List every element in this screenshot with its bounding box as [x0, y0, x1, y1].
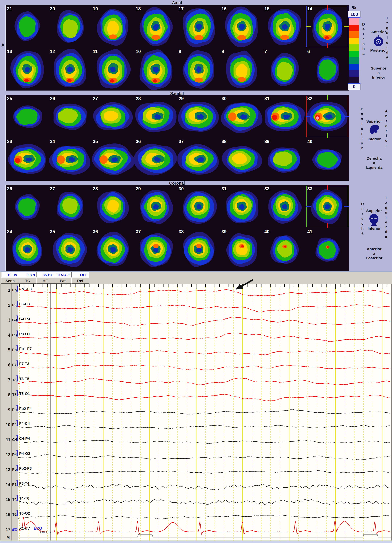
slice-cell-coronal-33[interactable]: 33: [306, 185, 349, 228]
slice-cell-coronal-26[interactable]: 26: [6, 185, 49, 228]
channel-number: 10: [1, 422, 10, 427]
toolbar-button-tc[interactable]: TC: [19, 278, 37, 284]
slice-number: 11: [93, 49, 98, 54]
slice-cell-axial-12[interactable]: 12: [49, 48, 92, 90]
eeg-trace-F3-C3: [18, 305, 390, 312]
slice-cell-axial-14[interactable]: 14: [306, 5, 349, 48]
slice-cell-coronal-35[interactable]: 35: [49, 228, 92, 271]
eeg-plot[interactable]: [18, 284, 392, 540]
window-bottom-edge: [0, 541, 392, 543]
orientation-bottom-label: Inferior: [360, 226, 389, 231]
slice-cell-sagital-39[interactable]: 39: [263, 138, 306, 181]
slice-cell-coronal-38[interactable]: 38: [177, 228, 220, 271]
slice-cell-sagital-31[interactable]: 31: [263, 95, 306, 138]
slice-number: 27: [93, 96, 98, 101]
slice-cell-sagital-29[interactable]: 29: [177, 95, 220, 138]
brain-slice-image: [6, 5, 49, 48]
slice-cell-sagital-26[interactable]: 26: [49, 95, 92, 138]
axial-slice-panel: 2120191817161514131211109876: [6, 5, 349, 90]
toolbar-value-tc[interactable]: 0.3 s: [19, 272, 37, 277]
slice-cell-axial-19[interactable]: 19: [92, 5, 134, 48]
eeg-trace-Fp1-F3: [18, 289, 390, 296]
slice-cell-coronal-28[interactable]: 28: [92, 185, 134, 228]
slice-cell-sagital-30[interactable]: 30: [220, 95, 263, 138]
crosshair-tick: [306, 116, 311, 117]
eeg-trace-Fp1-F7: [18, 350, 390, 356]
slice-number: 38: [222, 139, 227, 144]
slice-cell-axial-13[interactable]: 13: [6, 48, 49, 90]
brain-slice-image: [177, 228, 220, 271]
slice-cell-coronal-36[interactable]: 36: [92, 228, 134, 271]
slice-cell-axial-15[interactable]: 15: [263, 5, 306, 48]
toolbar-button-sens[interactable]: Sens: [1, 278, 19, 284]
toolbar-value-pat[interactable]: TRACE: [54, 272, 72, 277]
coronal-slice-panel: 26272829303132333435363738394041: [6, 185, 349, 271]
slice-cell-axial-16[interactable]: 16: [220, 5, 263, 48]
brain-slice-image: [134, 48, 177, 90]
colorbar-band: [349, 77, 359, 83]
slice-cell-coronal-39[interactable]: 39: [220, 228, 263, 271]
toolbar-value-sens[interactable]: 10 uV: [1, 272, 19, 277]
slice-cell-coronal-40[interactable]: 40: [263, 228, 306, 271]
channel-pair-label: T6-O2: [19, 511, 30, 515]
slice-cell-coronal-30[interactable]: 30: [177, 185, 220, 228]
toolbar-group-ref: OFFRef: [71, 272, 88, 283]
brain-slice-image: [92, 228, 134, 271]
brain-slice-image: [177, 95, 220, 138]
slice-number: 36: [93, 229, 98, 234]
slice-cell-sagital-35[interactable]: 35: [92, 138, 134, 181]
slice-cell-axial-7[interactable]: 7: [263, 48, 306, 90]
slice-cell-coronal-32[interactable]: 32: [263, 185, 306, 228]
slice-cell-coronal-41[interactable]: 41: [306, 228, 349, 271]
orientation-left-label: Posterior: [361, 107, 363, 150]
slice-cell-sagital-37[interactable]: 37: [177, 138, 220, 181]
colorbar-scale: [349, 18, 359, 83]
slice-cell-sagital-33[interactable]: 33: [6, 138, 49, 181]
slice-cell-sagital-36[interactable]: 36: [134, 138, 177, 181]
crosshair-tick: [344, 116, 349, 117]
toolbar-button-pat[interactable]: Pat: [54, 278, 72, 284]
slice-cell-sagital-27[interactable]: 27: [92, 95, 134, 138]
slice-cell-sagital-32[interactable]: 32: [306, 95, 349, 138]
slice-cell-axial-11[interactable]: 11: [92, 48, 134, 90]
slice-cell-coronal-34[interactable]: 34: [6, 228, 49, 271]
eeg-trace-P4-O2: [18, 454, 390, 460]
channel-pair-label: X1-0V: [19, 526, 30, 531]
slice-cell-coronal-27[interactable]: 27: [49, 185, 92, 228]
slice-cell-axial-10[interactable]: 10: [134, 48, 177, 90]
slice-cell-sagital-40[interactable]: 40: [306, 138, 349, 181]
toolbar-value-hf[interactable]: 35 Hz: [36, 272, 54, 277]
slice-cell-axial-8[interactable]: 8: [220, 48, 263, 90]
toolbar-group-hf: 35 HzHF: [36, 272, 52, 283]
slice-cell-axial-20[interactable]: 20: [49, 5, 92, 48]
slice-cell-coronal-37[interactable]: 37: [134, 228, 177, 271]
orientation-right-label: Izquierda: [386, 16, 388, 60]
toolbar-button-hf[interactable]: HF: [36, 278, 54, 284]
colorbar-band: [349, 51, 359, 57]
orientation-range-label: AnterioraPosterior: [359, 247, 389, 260]
eeg-trace-X1-0V: [18, 517, 390, 534]
slice-cell-sagital-38[interactable]: 38: [220, 138, 263, 181]
slice-cell-axial-6[interactable]: 6: [306, 48, 349, 90]
colorbar-band: [349, 57, 359, 64]
slice-cell-coronal-29[interactable]: 29: [134, 185, 177, 228]
slice-number: 41: [307, 229, 312, 234]
slice-number: 38: [179, 229, 184, 234]
slice-cell-axial-9[interactable]: 9: [177, 48, 220, 90]
brain-slice-image: [92, 138, 134, 181]
channel-pair-label: Fp1-F3: [19, 287, 32, 291]
orientation-icon-holder: [369, 214, 379, 226]
slice-cell-sagital-28[interactable]: 28: [134, 95, 177, 138]
slice-cell-axial-18[interactable]: 18: [134, 5, 177, 48]
slice-cell-sagital-34[interactable]: 34: [49, 138, 92, 181]
slice-cell-axial-21[interactable]: 21: [6, 5, 49, 48]
slice-number: 33: [7, 139, 12, 144]
slice-cell-axial-17[interactable]: 17: [177, 5, 220, 48]
toolbar-value-ref[interactable]: OFF: [71, 272, 89, 277]
slice-cell-sagital-25[interactable]: 25: [6, 95, 49, 138]
eeg-trace-C3-P3: [18, 317, 390, 325]
eeg-trace-F7-T3: [18, 365, 390, 370]
eeg-trace-F8-T4: [18, 484, 390, 490]
toolbar-button-ref[interactable]: Ref: [71, 278, 89, 284]
slice-cell-coronal-31[interactable]: 31: [220, 185, 263, 228]
